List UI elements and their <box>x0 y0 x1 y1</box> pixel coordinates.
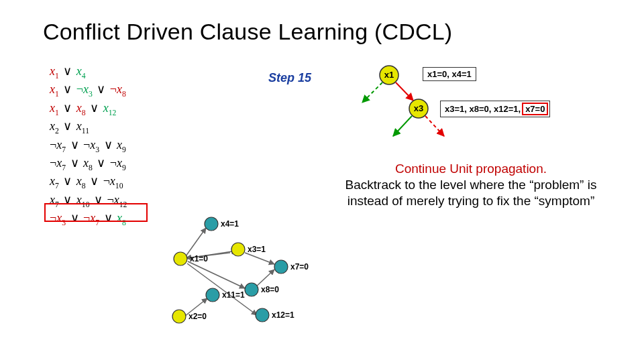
clause-row: x7 ∨ x8 ∨ ¬x10 <box>50 173 127 191</box>
clause-row: x1 ∨ ¬x3 ∨ ¬x8 <box>50 81 127 99</box>
clause-row: ¬x7 ∨ ¬x3 ∨ x9 <box>50 137 127 155</box>
page-title: Conflict Driven Clause Learning (CDCL) <box>43 19 452 45</box>
node-x8-label: x8=0 <box>261 285 279 294</box>
node-x2 <box>172 310 186 323</box>
node-x4 <box>205 217 218 231</box>
tree-edge-x3-left <box>393 116 412 136</box>
clause-row: x1 ∨ x8 ∨ x12 <box>50 100 127 118</box>
implication-graph: x1=0 x3=1 x2=0 x4=1 x11=1 x7=0 x8=0 x12=… <box>158 208 332 342</box>
graph-nodes: x1=0 x3=1 x2=0 x4=1 x11=1 x7=0 x8=0 x12=… <box>172 217 309 323</box>
node-x8 <box>245 283 258 296</box>
step-label: Step 15 <box>268 71 311 85</box>
tree-edge-x1-right <box>396 82 413 101</box>
node-x7-label: x7=0 <box>290 262 309 272</box>
tree-info-x1: x1=0, x4=1 <box>423 67 476 81</box>
slide-root: Conflict Driven Clause Learning (CDCL) x… <box>0 0 644 362</box>
node-x3 <box>231 243 245 256</box>
clause-row: x1 ∨ x4 <box>50 63 127 81</box>
node-x12 <box>256 308 269 322</box>
clause-row: ¬x7 ∨ x8 ∨ ¬x9 <box>50 155 127 173</box>
tree-edge-x3-right <box>425 116 444 136</box>
tree-info-x3: x3=1, x8=0, x12=1,x7=0 <box>440 101 550 117</box>
clause-list: x1 ∨ x4x1 ∨ ¬x3 ∨ ¬x8x1 ∨ x8 ∨ x12x2 ∨ x… <box>50 63 127 229</box>
caption: Continue Unit propagation. Backtrack to … <box>323 161 619 208</box>
node-x3-label: x3=1 <box>248 245 266 254</box>
clause-row: ¬x3 ∨ ¬x7 ∨ x8 <box>50 210 127 228</box>
node-x12-label: x12=1 <box>272 310 294 320</box>
tree-info-x3-b: x7=0 <box>522 103 548 115</box>
svg-line-0 <box>186 228 206 256</box>
node-x11 <box>206 288 219 302</box>
svg-line-2 <box>188 261 245 288</box>
node-x1 <box>174 252 187 265</box>
caption-line1: Continue Unit propagation. <box>323 161 619 177</box>
node-x2-label: x2=0 <box>189 312 207 321</box>
tree-edge-x1-left <box>362 82 382 103</box>
graph-edges <box>184 228 274 316</box>
node-x4-label: x4=1 <box>221 219 239 229</box>
tree-node-x1-label: x1 <box>384 70 394 80</box>
svg-line-5 <box>245 253 274 264</box>
clause-row: x2 ∨ x11 <box>50 118 127 136</box>
node-x1-label: x1=0 <box>190 254 208 263</box>
tree-node-x3-label: x3 <box>414 103 423 113</box>
node-x7 <box>274 260 288 274</box>
caption-rest: Backtrack to the level where the “proble… <box>323 177 619 209</box>
node-x11-label: x11=1 <box>222 290 245 300</box>
clause-row: x7 ∨ x10 ∨ ¬x12 <box>50 192 127 210</box>
tree-info-x3-a: x3=1, x8=0, x12=1, <box>445 104 521 114</box>
